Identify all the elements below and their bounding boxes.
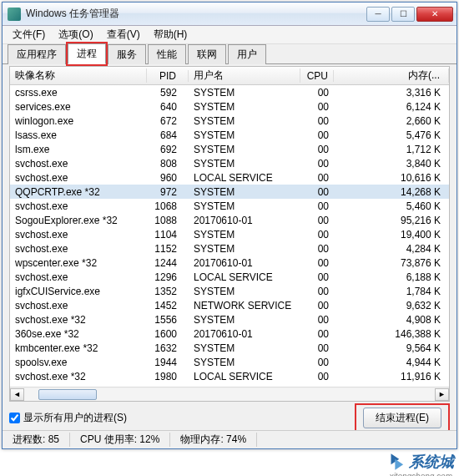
- cell-user: SYSTEM: [189, 87, 300, 99]
- header-pid[interactable]: PID: [147, 70, 189, 82]
- header-image-name[interactable]: 映像名称: [10, 68, 147, 83]
- table-row[interactable]: QQPCRTP.exe *32972SYSTEM0014,268 K: [10, 185, 449, 199]
- tab-services[interactable]: 服务: [108, 44, 146, 64]
- table-row[interactable]: winlogon.exe672SYSTEM002,660 K: [10, 114, 449, 128]
- scroll-thumb[interactable]: [38, 389, 97, 400]
- cell-cpu: 00: [300, 257, 334, 269]
- cell-name: 360se.exe *32: [10, 328, 147, 340]
- status-process-count: 进程数: 85: [3, 433, 70, 447]
- cell-mem: 10,616 K: [334, 172, 449, 184]
- table-row[interactable]: svchost.exe1068SYSTEM005,460 K: [10, 199, 449, 213]
- header-user[interactable]: 用户名: [189, 68, 300, 83]
- table-row[interactable]: lsm.exe692SYSTEM001,712 K: [10, 142, 449, 156]
- task-manager-window: Windows 任务管理器 ─ ☐ ✕ 文件(F) 选项(O) 查看(V) 帮助…: [2, 2, 457, 449]
- cell-cpu: 00: [300, 101, 334, 113]
- table-row[interactable]: svchost.exe *321980LOCAL SERVICE0011,916…: [10, 369, 449, 383]
- table-row[interactable]: 360se.exe *32160020170610-0100146,388 K: [10, 327, 449, 341]
- cell-mem: 1,712 K: [334, 144, 449, 155]
- cell-mem: 95,216 K: [334, 215, 449, 226]
- cell-name: winlogon.exe: [10, 115, 147, 127]
- process-rows[interactable]: csrss.exe592SYSTEM003,316 Kservices.exe6…: [10, 85, 449, 387]
- watermark-url: xitongcheng.com: [389, 472, 452, 476]
- table-row[interactable]: svchost.exe1104SYSTEM0019,400 K: [10, 227, 449, 241]
- cell-pid: 972: [147, 186, 189, 198]
- table-row[interactable]: svchost.exe1296LOCAL SERVICE006,188 K: [10, 270, 449, 284]
- cell-mem: 6,188 K: [334, 271, 449, 283]
- titlebar[interactable]: Windows 任务管理器 ─ ☐ ✕: [3, 3, 456, 26]
- cell-pid: 1352: [147, 286, 189, 297]
- cell-user: 20170610-01: [189, 215, 300, 226]
- tab-applications[interactable]: 应用程序: [8, 44, 66, 64]
- bottom-controls: 显示所有用户的进程(S) 结束进程(E): [9, 405, 450, 430]
- cell-pid: 684: [147, 129, 189, 141]
- show-all-users-checkbox[interactable]: 显示所有用户的进程(S): [9, 411, 127, 425]
- cell-pid: 672: [147, 115, 189, 127]
- cell-pid: 1556: [147, 314, 189, 326]
- table-row[interactable]: csrss.exe592SYSTEM003,316 K: [10, 85, 449, 99]
- table-row[interactable]: svchost.exe1452NETWORK SERVICE009,632 K: [10, 298, 449, 312]
- svg-marker-1: [395, 459, 403, 470]
- cell-mem: 5,476 K: [334, 129, 449, 141]
- cell-pid: 640: [147, 101, 189, 113]
- end-process-button[interactable]: 结束进程(E): [363, 408, 441, 428]
- table-row[interactable]: svchost.exe808SYSTEM003,840 K: [10, 156, 449, 170]
- cell-cpu: 00: [300, 286, 334, 297]
- table-row[interactable]: svchost.exe1152SYSTEM004,284 K: [10, 241, 449, 256]
- tab-users[interactable]: 用户: [228, 44, 266, 64]
- header-memory[interactable]: 内存(...: [334, 68, 449, 83]
- cell-user: SYSTEM: [189, 101, 300, 113]
- menu-file[interactable]: 文件(F): [6, 26, 52, 43]
- table-row[interactable]: lsass.exe684SYSTEM005,476 K: [10, 128, 449, 142]
- cell-mem: 3,316 K: [334, 87, 449, 99]
- table-row[interactable]: svchost.exe960LOCAL SERVICE0010,616 K: [10, 170, 449, 185]
- close-button[interactable]: ✕: [416, 7, 453, 22]
- maximize-button[interactable]: ☐: [391, 7, 415, 22]
- scroll-right-arrow-icon[interactable]: ►: [435, 388, 449, 401]
- tab-processes[interactable]: 进程: [68, 43, 106, 64]
- app-icon: [8, 8, 21, 21]
- table-row[interactable]: igfxCUIService.exe1352SYSTEM001,784 K: [10, 284, 449, 298]
- process-list-panel: 映像名称 PID 用户名 CPU 内存(... csrss.exe592SYST…: [9, 66, 450, 402]
- cell-cpu: 00: [300, 328, 334, 340]
- header-cpu[interactable]: CPU: [300, 70, 334, 82]
- table-row[interactable]: wpscenter.exe *32124420170610-010073,876…: [10, 256, 449, 270]
- cell-user: SYSTEM: [189, 342, 300, 354]
- cell-mem: 4,284 K: [334, 243, 449, 255]
- table-row[interactable]: svchost.exe *321556SYSTEM004,908 K: [10, 312, 449, 327]
- cell-pid: 1600: [147, 328, 189, 340]
- tab-performance[interactable]: 性能: [148, 44, 186, 64]
- horizontal-scrollbar[interactable]: ◄ ►: [10, 387, 449, 401]
- cell-cpu: 00: [300, 342, 334, 354]
- tab-networking[interactable]: 联网: [188, 44, 226, 64]
- table-row[interactable]: kmbcenter.exe *321632SYSTEM009,564 K: [10, 341, 449, 355]
- cell-pid: 1632: [147, 342, 189, 354]
- cell-user: SYSTEM: [189, 158, 300, 170]
- cell-cpu: 00: [300, 158, 334, 170]
- cell-user: SYSTEM: [189, 186, 300, 198]
- cell-mem: 5,460 K: [334, 200, 449, 212]
- menu-options[interactable]: 选项(O): [52, 26, 99, 43]
- watermark-logo-icon: [386, 451, 407, 473]
- status-cpu-usage: CPU 使用率: 12%: [70, 433, 170, 447]
- scroll-track[interactable]: [24, 388, 435, 401]
- cell-cpu: 00: [300, 144, 334, 155]
- cell-user: SYSTEM: [189, 357, 300, 368]
- cell-mem: 14,268 K: [334, 186, 449, 198]
- table-row[interactable]: services.exe640SYSTEM006,124 K: [10, 99, 449, 114]
- menu-help[interactable]: 帮助(H): [147, 26, 194, 43]
- table-row[interactable]: SogouExplorer.exe *32108820170610-010095…: [10, 213, 449, 227]
- cell-mem: 6,124 K: [334, 101, 449, 113]
- watermark: 系统城 xitongcheng.com: [386, 451, 454, 473]
- cell-pid: 1944: [147, 357, 189, 368]
- show-all-users-input[interactable]: [9, 413, 20, 423]
- minimize-button[interactable]: ─: [366, 7, 390, 22]
- cell-user: 20170610-01: [189, 257, 300, 269]
- cell-user: SYSTEM: [189, 229, 300, 241]
- cell-mem: 2,660 K: [334, 115, 449, 127]
- table-row[interactable]: spoolsv.exe1944SYSTEM004,944 K: [10, 355, 449, 369]
- cell-mem: 4,908 K: [334, 314, 449, 326]
- scroll-left-arrow-icon[interactable]: ◄: [10, 388, 24, 401]
- cell-user: SYSTEM: [189, 314, 300, 326]
- show-all-users-label: 显示所有用户的进程(S): [23, 411, 127, 425]
- menu-view[interactable]: 查看(V): [100, 26, 147, 43]
